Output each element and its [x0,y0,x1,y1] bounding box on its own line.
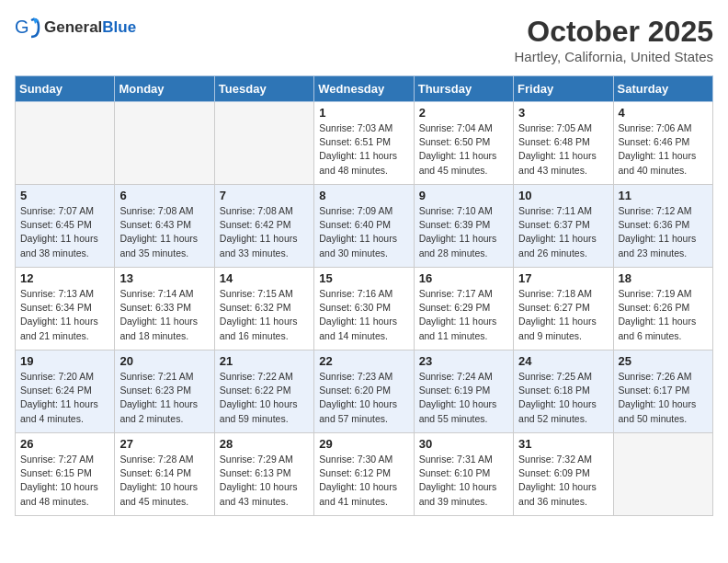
day-number: 27 [119,437,209,451]
day-info: Sunrise: 7:20 AM Sunset: 6:24 PM Dayligh… [20,370,109,426]
weekday-header-tuesday: Tuesday [214,76,313,102]
day-info: Sunrise: 7:19 AM Sunset: 6:26 PM Dayligh… [619,287,708,343]
calendar-cell: 11Sunrise: 7:12 AM Sunset: 6:36 PM Dayli… [613,185,712,268]
day-number: 10 [518,189,608,202]
logo-icon: G [15,15,40,40]
calendar-cell: 23Sunrise: 7:24 AM Sunset: 6:19 PM Dayli… [414,350,513,433]
day-number: 31 [518,437,608,451]
day-info: Sunrise: 7:31 AM Sunset: 6:10 PM Dayligh… [419,453,508,509]
day-number: 7 [220,189,309,202]
weekday-header-friday: Friday [514,76,613,102]
calendar-cell: 28Sunrise: 7:29 AM Sunset: 6:13 PM Dayli… [214,433,313,516]
day-number: 4 [619,106,708,120]
day-number: 26 [20,437,109,451]
day-info: Sunrise: 7:14 AM Sunset: 6:33 PM Dayligh… [119,287,209,343]
weekday-header-thursday: Thursday [414,76,513,102]
weekday-header-wednesday: Wednesday [314,76,414,102]
day-info: Sunrise: 7:25 AM Sunset: 6:18 PM Dayligh… [518,370,608,426]
calendar-cell: 8Sunrise: 7:09 AM Sunset: 6:40 PM Daylig… [314,185,414,268]
day-info: Sunrise: 7:26 AM Sunset: 6:17 PM Dayligh… [619,370,708,426]
calendar-cell [613,433,712,516]
calendar-cell: 4Sunrise: 7:06 AM Sunset: 6:46 PM Daylig… [613,102,712,185]
day-info: Sunrise: 7:11 AM Sunset: 6:37 PM Dayligh… [518,204,608,260]
month-title: October 2025 [515,15,713,49]
calendar-week-2: 5Sunrise: 7:07 AM Sunset: 6:45 PM Daylig… [16,185,713,268]
day-info: Sunrise: 7:30 AM Sunset: 6:12 PM Dayligh… [319,453,408,509]
calendar-cell: 19Sunrise: 7:20 AM Sunset: 6:24 PM Dayli… [16,350,115,433]
day-number: 20 [119,354,209,368]
day-number: 13 [119,271,209,285]
page-header: G GeneralBlue October 2025 Hartley, Cali… [15,15,713,64]
calendar-cell: 2Sunrise: 7:04 AM Sunset: 6:50 PM Daylig… [414,102,513,185]
calendar-cell: 29Sunrise: 7:30 AM Sunset: 6:12 PM Dayli… [314,433,414,516]
day-info: Sunrise: 7:08 AM Sunset: 6:43 PM Dayligh… [119,204,209,260]
day-number: 14 [220,271,309,285]
calendar-cell: 24Sunrise: 7:25 AM Sunset: 6:18 PM Dayli… [514,350,613,433]
calendar-cell: 25Sunrise: 7:26 AM Sunset: 6:17 PM Dayli… [613,350,712,433]
day-info: Sunrise: 7:06 AM Sunset: 6:46 PM Dayligh… [619,121,708,178]
calendar-cell: 27Sunrise: 7:28 AM Sunset: 6:14 PM Dayli… [115,433,214,516]
day-number: 6 [119,189,209,202]
day-info: Sunrise: 7:09 AM Sunset: 6:40 PM Dayligh… [319,204,408,260]
calendar-cell: 21Sunrise: 7:22 AM Sunset: 6:22 PM Dayli… [214,350,313,433]
day-number: 17 [518,271,608,285]
day-info: Sunrise: 7:32 AM Sunset: 6:09 PM Dayligh… [518,453,608,509]
day-info: Sunrise: 7:07 AM Sunset: 6:45 PM Dayligh… [20,204,109,260]
day-info: Sunrise: 7:12 AM Sunset: 6:36 PM Dayligh… [619,204,708,260]
weekday-header-sunday: Sunday [16,76,115,102]
day-number: 25 [619,354,708,368]
day-info: Sunrise: 7:27 AM Sunset: 6:15 PM Dayligh… [20,453,109,509]
calendar-cell: 20Sunrise: 7:21 AM Sunset: 6:23 PM Dayli… [115,350,214,433]
calendar-cell: 7Sunrise: 7:08 AM Sunset: 6:42 PM Daylig… [214,185,313,268]
calendar-cell: 22Sunrise: 7:23 AM Sunset: 6:20 PM Dayli… [314,350,414,433]
calendar-header-row: SundayMondayTuesdayWednesdayThursdayFrid… [16,76,713,102]
day-number: 28 [220,437,309,451]
logo-blue: Blue [102,18,136,36]
day-number: 22 [319,354,408,368]
day-number: 9 [419,189,508,202]
day-info: Sunrise: 7:23 AM Sunset: 6:20 PM Dayligh… [319,370,408,426]
day-number: 23 [419,354,508,368]
calendar-week-5: 26Sunrise: 7:27 AM Sunset: 6:15 PM Dayli… [16,433,713,516]
calendar-week-1: 1Sunrise: 7:03 AM Sunset: 6:51 PM Daylig… [16,102,713,185]
day-number: 16 [419,271,508,285]
weekday-header-monday: Monday [115,76,214,102]
svg-text:G: G [15,17,29,37]
day-number: 15 [319,271,408,285]
day-info: Sunrise: 7:17 AM Sunset: 6:29 PM Dayligh… [419,287,508,343]
calendar-cell: 5Sunrise: 7:07 AM Sunset: 6:45 PM Daylig… [16,185,115,268]
logo-general: General [44,18,102,36]
calendar-cell: 1Sunrise: 7:03 AM Sunset: 6:51 PM Daylig… [314,102,414,185]
calendar-cell [16,102,115,185]
day-info: Sunrise: 7:16 AM Sunset: 6:30 PM Dayligh… [319,287,408,343]
calendar-cell: 9Sunrise: 7:10 AM Sunset: 6:39 PM Daylig… [414,185,513,268]
day-number: 12 [20,271,109,285]
day-info: Sunrise: 7:24 AM Sunset: 6:19 PM Dayligh… [419,370,508,426]
calendar-cell: 10Sunrise: 7:11 AM Sunset: 6:37 PM Dayli… [514,185,613,268]
calendar-cell: 6Sunrise: 7:08 AM Sunset: 6:43 PM Daylig… [115,185,214,268]
calendar-cell: 13Sunrise: 7:14 AM Sunset: 6:33 PM Dayli… [115,268,214,350]
day-info: Sunrise: 7:21 AM Sunset: 6:23 PM Dayligh… [119,370,209,426]
day-info: Sunrise: 7:18 AM Sunset: 6:27 PM Dayligh… [518,287,608,343]
calendar-cell: 12Sunrise: 7:13 AM Sunset: 6:34 PM Dayli… [16,268,115,350]
logo: G GeneralBlue [15,15,136,40]
day-number: 11 [619,189,708,202]
day-info: Sunrise: 7:08 AM Sunset: 6:42 PM Dayligh… [220,204,309,260]
day-number: 2 [419,106,508,120]
day-info: Sunrise: 7:04 AM Sunset: 6:50 PM Dayligh… [419,121,508,178]
day-number: 3 [518,106,608,120]
day-info: Sunrise: 7:05 AM Sunset: 6:48 PM Dayligh… [518,121,608,178]
day-number: 19 [20,354,109,368]
logo-text: GeneralBlue [44,18,136,37]
day-info: Sunrise: 7:29 AM Sunset: 6:13 PM Dayligh… [220,453,309,509]
day-number: 1 [319,106,408,120]
day-info: Sunrise: 7:15 AM Sunset: 6:32 PM Dayligh… [220,287,309,343]
day-number: 24 [518,354,608,368]
day-number: 8 [319,189,408,202]
day-number: 30 [419,437,508,451]
day-info: Sunrise: 7:22 AM Sunset: 6:22 PM Dayligh… [220,370,309,426]
calendar-cell: 18Sunrise: 7:19 AM Sunset: 6:26 PM Dayli… [613,268,712,350]
calendar-table: SundayMondayTuesdayWednesdayThursdayFrid… [15,75,713,516]
calendar-cell: 14Sunrise: 7:15 AM Sunset: 6:32 PM Dayli… [214,268,313,350]
calendar-week-3: 12Sunrise: 7:13 AM Sunset: 6:34 PM Dayli… [16,268,713,350]
